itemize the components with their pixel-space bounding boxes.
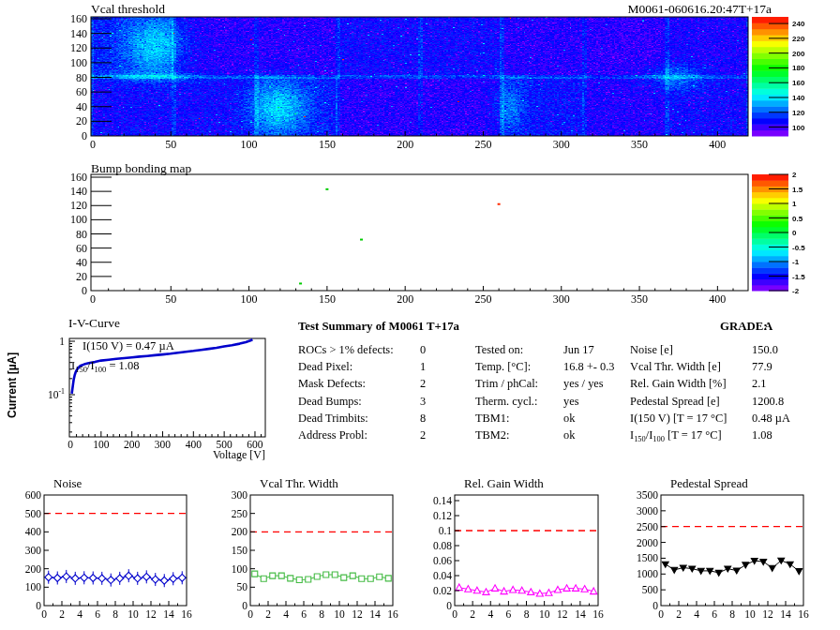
noise-ytick-label: 300	[25, 545, 42, 556]
vcal_thr_width-xtick-label: 14	[369, 608, 381, 620]
summary-row: Address Probl:2TBM2:okI150/I100 [T = 17 …	[298, 428, 834, 444]
vcal-map-xtick-label: 200	[397, 138, 413, 151]
vcal-map-colorband	[752, 70, 788, 77]
pedestal_spread-xtick-label: 4	[694, 608, 699, 620]
bump-map-xtick-label: 250	[474, 292, 491, 306]
pedestal_spread-marker	[769, 565, 775, 571]
summary-label: Tested on:	[475, 343, 523, 357]
noise-xtick-label: 16	[181, 608, 192, 620]
vcal_thr_width-ytick-label: 200	[232, 526, 248, 537]
iv-xtick-label: 200	[124, 439, 141, 450]
vcal_thr_width-marker	[368, 576, 373, 581]
bump-map-xtick-label: 350	[631, 292, 648, 306]
iv-annotation-i150: I(150 V) = 0.47 µA	[82, 339, 174, 352]
rel_gain_width-xtick-label: 6	[506, 608, 512, 620]
vcal-map-colorband	[752, 77, 788, 83]
bump-defect-point	[360, 239, 363, 241]
vcal_thr_width-title: Vcal Thr. Width	[260, 476, 338, 490]
bump-map-colorband	[752, 250, 788, 257]
noise-ytick-label: 200	[25, 563, 42, 575]
noise-xtick-label: 4	[77, 608, 82, 620]
bump-map-ytick-label: 120	[70, 199, 87, 212]
summary-label: Mask Defects:	[298, 377, 366, 391]
pedestal_spread-plot: 0500100015002000250030003500024681012141…	[637, 476, 809, 620]
vcal-map-colorband	[752, 130, 788, 137]
bump-defect-point	[299, 282, 302, 284]
noise-marker	[89, 575, 97, 582]
bump-map-colorband	[752, 256, 788, 262]
test-summary-block: Test Summary of M0061 T+17a GRADE: A ROC…	[298, 320, 834, 442]
bump-bonding-title: Bump bonding map	[91, 161, 191, 176]
bump-map-colorband	[752, 262, 788, 268]
bump-map-cb-label: 1.5	[792, 186, 803, 194]
vcal_thr_width-marker	[314, 574, 320, 579]
bump-map-axes: 0204060801001201401600501001502002503003…	[70, 171, 748, 306]
pedestal_spread-xtick-label: 0	[658, 608, 664, 620]
vcal_thr_width-marker	[377, 574, 382, 579]
noise-ytick-label: 100	[25, 581, 42, 592]
noise-xtick-label: 12	[145, 608, 157, 620]
noise-xtick-label: 2	[59, 608, 65, 620]
vcal-map-colorband	[752, 40, 788, 47]
rel_gain_width-ytick-label: 0.06	[433, 555, 452, 566]
vcal_thr_width-xtick-label: 2	[265, 608, 271, 620]
rel_gain_width-xtick-label: 12	[557, 608, 568, 620]
rel_gain_width-marker	[456, 584, 462, 591]
bump-map-ytick-label: 20	[76, 270, 87, 283]
noise-title: Noise	[53, 476, 82, 490]
noise-marker	[170, 575, 177, 582]
vcal-map-cb-label: 240	[792, 20, 805, 28]
bump-map-colorband	[752, 279, 788, 286]
vcal-map-xtick-label: 250	[474, 138, 491, 151]
summary-label: Dead Bumps:	[298, 395, 362, 409]
bump-map-colorband	[752, 227, 788, 233]
noise-marker	[116, 575, 124, 582]
pedestal_spread-xtick-label: 2	[676, 608, 682, 620]
vcal-map-ytick-label: 0	[82, 129, 87, 142]
iv-yaxis-title: Current [µA]	[6, 352, 19, 418]
rel_gain_width-ytick-label: 0.12	[433, 510, 452, 521]
vcal_thr_width-xtick-label: 4	[283, 608, 289, 620]
pedestal_spread-ytick-label: 2500	[637, 521, 658, 532]
noise-marker	[81, 574, 88, 581]
summary-label: TBM2:	[475, 428, 510, 442]
pedestal_spread-ytick-label: 3000	[637, 505, 658, 517]
pedestal_spread-xtick-label: 10	[744, 608, 756, 620]
rel_gain_width-marker	[491, 585, 498, 592]
bump-map-colorband	[752, 285, 788, 292]
pedestal_spread-xtick-label: 16	[798, 608, 809, 620]
summary-value: 16.8 +- 0.3	[563, 360, 614, 374]
bump-map-xtick-label: 150	[319, 292, 336, 306]
vcal_thr_width-xtick-label: 0	[248, 608, 253, 620]
bump-map-cb-label: 0	[792, 229, 797, 237]
vcal-map-xtick-label: 100	[241, 138, 258, 151]
vcal_thr_width-marker	[261, 576, 266, 581]
vcal_thr_width-marker	[288, 576, 293, 581]
vcal_thr_width-xtick-label: 6	[301, 608, 307, 620]
summary-value: yes	[563, 395, 579, 409]
bump-map-colorbar: 21.510.50-0.5-1-1.5-2	[752, 171, 805, 295]
summary-value: 77.9	[752, 360, 772, 374]
summary-label: I150/I100 [T = 17 °C]	[630, 428, 722, 443]
bump-map-cb-label: -0.5	[792, 244, 805, 252]
pedestal_spread-marker	[787, 562, 793, 567]
bump-map-ytick-label: 0	[82, 284, 87, 297]
vcal-map-axes: 0204060801001201401600501001502002503003…	[70, 12, 748, 151]
vcal-map-colorband	[752, 106, 788, 112]
vcal-map-colorband	[752, 100, 788, 107]
bump-map-colorband	[752, 192, 788, 199]
summary-rows: ROCs > 1% defects:0Tested on:Jun 17Noise…	[298, 320, 834, 442]
vcal-map-xtick-label: 300	[553, 138, 570, 151]
bump-map-ytick-label: 40	[76, 256, 87, 269]
vcal_thr_width-ytick-label: 250	[232, 508, 248, 519]
noise-marker	[53, 575, 61, 582]
iv-curve-plot: 0100200300400500600110-1I-V-CurveI(150 V…	[6, 316, 265, 461]
pedestal_spread-marker	[671, 567, 678, 573]
vcal-map-xtick-label: 50	[165, 138, 176, 151]
bump-map-ytick-label: 160	[70, 171, 87, 184]
summary-label: Address Probl:	[298, 428, 368, 442]
pedestal_spread-title: Pedestal Spread	[670, 476, 748, 490]
bump-map-ytick-label: 140	[70, 185, 87, 198]
vcal-map-ytick-label: 40	[76, 100, 87, 113]
vcal-map-cb-label: 160	[792, 79, 805, 87]
